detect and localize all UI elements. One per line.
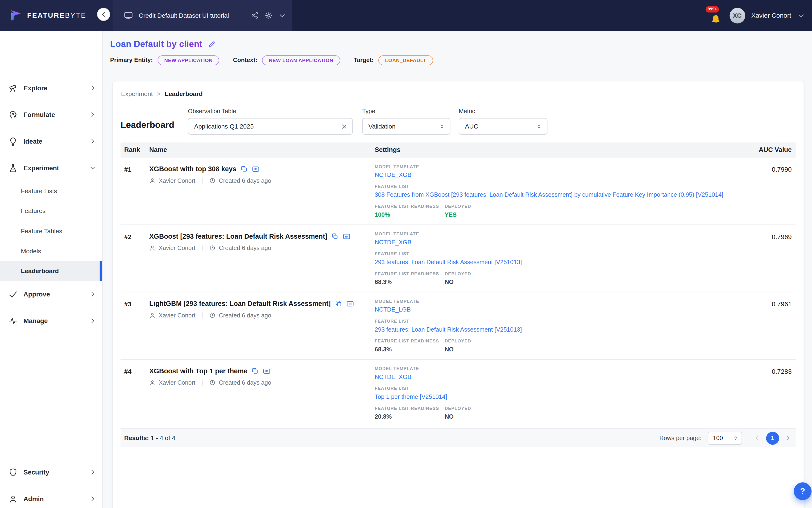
observation-table-input[interactable]: Applications Q1 2025 (188, 118, 353, 135)
breadcrumb-leaderboard: Leaderboard (165, 90, 203, 98)
user-menu-chevron-down-icon[interactable] (797, 12, 805, 19)
rows-per-page-select[interactable]: 100 (708, 431, 742, 444)
app-window: FEATUREBYTE Credit Default Dataset UI tu… (0, 0, 812, 508)
copy-icon[interactable] (335, 300, 342, 307)
model-template-link[interactable]: NCTDE_LGB (375, 306, 411, 313)
head-gear-icon (8, 110, 18, 119)
chevron-right-icon (89, 111, 96, 118)
readiness-label: FEATURE LIST READINESS (375, 406, 445, 411)
feature-list-label: FEATURE LIST (375, 184, 795, 189)
readiness-value: 68.3% (375, 279, 445, 285)
column-header-settings: Settings (375, 146, 400, 154)
previous-page-button[interactable] (754, 434, 761, 442)
type-select[interactable]: Validation (362, 118, 450, 135)
auc-value: 0.7283 (772, 368, 792, 376)
id-badge-icon[interactable]: ID (252, 165, 260, 173)
created-date: Created 6 days ago (219, 379, 271, 386)
project-title: Credit Default Dataset UI tutorial (139, 12, 245, 19)
deployed-value: NO (445, 279, 471, 285)
primary-entity-badge: NEW APPLICATION (157, 55, 220, 65)
main-content: Loan Default by client Primary Entity: N… (103, 31, 812, 508)
author: Xavier Conort (159, 178, 195, 184)
leaderboard-row-3[interactable]: #3 LightGBM [293 features: Loan Default … (121, 292, 796, 360)
primary-entity-label: Primary Entity: (110, 57, 153, 64)
person-icon (149, 312, 155, 319)
sidebar-item-leaderboard[interactable]: Leaderboard (0, 261, 102, 281)
column-header-auc-value: AUC Value (759, 146, 792, 154)
meta-divider (202, 312, 202, 319)
readiness-value: 68.3% (375, 346, 445, 352)
column-header-name: Name (149, 146, 167, 154)
share-button[interactable] (251, 11, 259, 19)
sidebar-item-experiment[interactable]: Experiment (0, 155, 102, 181)
sidebar-item-features[interactable]: Features (0, 201, 102, 221)
context-badge: NEW LOAN APPLICATION (262, 55, 340, 65)
metric-select[interactable]: AUC (459, 118, 547, 135)
meta-divider (202, 178, 202, 184)
featurebyte-logo-icon (9, 9, 22, 22)
notifications-button[interactable]: 999+ (709, 5, 723, 26)
feature-list-link[interactable]: Top 1 per theme [V251014] (375, 393, 447, 400)
context-label: Context: (233, 57, 257, 64)
id-badge-icon[interactable]: ID (343, 232, 351, 240)
project-switcher[interactable]: Credit Default Dataset UI tutorial (113, 0, 292, 31)
breadcrumb-separator: > (157, 90, 161, 98)
sidebar-item-manage[interactable]: Manage (0, 308, 102, 334)
page-1-button[interactable]: 1 (766, 431, 779, 444)
deployed-label: DEPLOYED (445, 338, 471, 343)
copy-icon[interactable] (331, 233, 339, 240)
readiness-label: FEATURE LIST READINESS (375, 271, 445, 276)
leaderboard-row-2[interactable]: #2 XGBoost [293 features: Loan Default R… (121, 225, 796, 292)
deployed-value: NO (445, 346, 471, 352)
id-badge-icon[interactable]: ID (346, 300, 354, 307)
next-page-button[interactable] (784, 434, 792, 442)
sidebar-item-ideate[interactable]: Ideate (0, 128, 102, 155)
copy-icon[interactable] (240, 166, 247, 172)
experiment-name: XGBoost [293 features: Loan Default Risk… (149, 232, 327, 240)
sidebar-item-security[interactable]: Security (0, 459, 102, 485)
model-template-link[interactable]: NCTDE_XGB (375, 171, 411, 178)
meta-divider (202, 379, 202, 386)
sidebar-item-formulate[interactable]: Formulate (0, 101, 102, 128)
settings-gear-button[interactable] (265, 11, 273, 19)
sidebar-item-explore[interactable]: Explore (0, 75, 102, 101)
edit-title-button[interactable] (208, 40, 216, 48)
shield-icon (8, 467, 18, 477)
clock-icon (209, 379, 216, 386)
activity-icon (8, 316, 18, 326)
breadcrumb-experiment[interactable]: Experiment (121, 90, 153, 98)
model-template-link[interactable]: NCTDE_XGB (375, 373, 411, 381)
flask-icon (8, 163, 18, 173)
breadcrumb: Experiment > Leaderboard (121, 90, 203, 98)
project-menu-chevron-down-icon[interactable] (279, 12, 286, 19)
leaderboard-row-1[interactable]: #1 XGBoost with top 308 keys ID Xavier C… (121, 158, 796, 225)
leaderboard-row-4[interactable]: #4 XGBoost with Top 1 per theme ID Xavie… (121, 359, 796, 428)
id-badge-icon[interactable]: ID (263, 367, 271, 375)
deployed-value: NO (445, 414, 471, 420)
chevron-right-icon (89, 469, 96, 476)
avatar[interactable]: XC (729, 7, 745, 23)
help-button[interactable]: ? (794, 482, 812, 500)
model-template-link[interactable]: NCTDE_XGB (375, 239, 411, 246)
leaderboard-heading: Leaderboard (121, 120, 174, 130)
sidebar-item-feature-tables[interactable]: Feature Tables (0, 221, 102, 241)
copy-icon[interactable] (252, 368, 259, 374)
readiness-value: 100% (375, 211, 445, 218)
clear-observation-table-icon[interactable] (341, 123, 348, 130)
sidebar-item-admin[interactable]: Admin (0, 485, 102, 508)
svg-text:ID: ID (266, 369, 268, 372)
feature-list-link[interactable]: 293 features: Loan Default Risk Assessme… (375, 258, 522, 266)
feature-list-link[interactable]: 293 features: Loan Default Risk Assessme… (375, 326, 522, 333)
feature-list-link[interactable]: 308 Features from XGBoost [293 features:… (375, 191, 723, 198)
sidebar-item-models[interactable]: Models (0, 241, 102, 261)
model-template-label: MODEL TEMPLATE (375, 299, 795, 304)
sidebar-item-feature-lists[interactable]: Feature Lists (0, 181, 102, 201)
person-icon (149, 379, 155, 386)
created-date: Created 6 days ago (219, 312, 271, 319)
feature-list-label: FEATURE LIST (375, 386, 795, 391)
sidebar-item-approve[interactable]: Approve (0, 281, 102, 308)
top-bar-right: 999+ XC Xavier Conort (709, 0, 805, 31)
sidebar-item-label: Admin (24, 495, 84, 503)
sidebar-collapse-button[interactable] (97, 8, 110, 21)
sub-item-label: Models (21, 247, 41, 255)
